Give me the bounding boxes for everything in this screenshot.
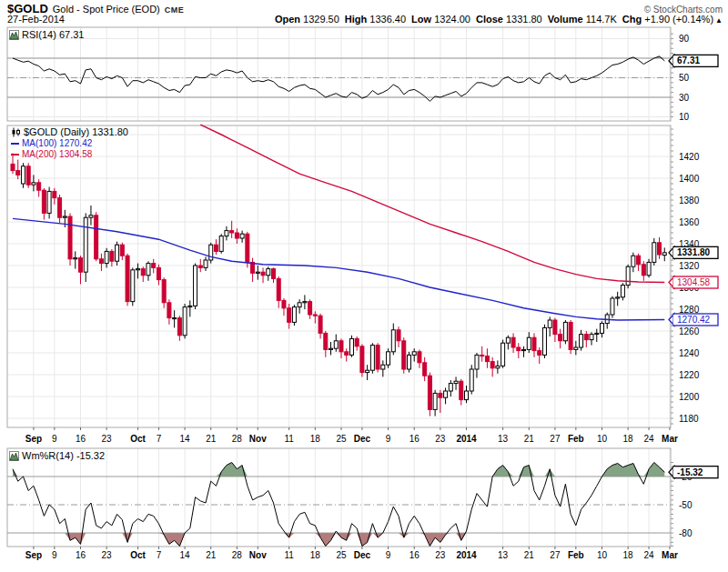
svg-text:13: 13 [498,434,509,444]
svg-text:1280: 1280 [679,305,700,315]
low-value: 1324.00 [434,14,470,25]
svg-text:1240: 1240 [679,348,700,358]
main-chart-legend: $GOLD (Daily) 1331.80 MA(100) 1270.42 MA… [11,126,128,159]
legend-title-text: $GOLD (Daily) 1331.80 [24,126,128,137]
svg-text:1260: 1260 [679,326,700,336]
svg-text:1331.80: 1331.80 [677,247,711,257]
svg-text:16: 16 [76,550,86,560]
svg-text:67.31: 67.31 [677,55,700,65]
candles-layer [11,153,666,416]
svg-text:Sep: Sep [25,550,42,560]
svg-text:2014: 2014 [456,434,477,444]
open-label: Open [275,14,300,25]
chg-label: Chg [622,14,642,25]
svg-text:-50: -50 [679,500,693,510]
svg-text:9: 9 [52,550,57,560]
rsi-label-text: RSI(14) 67.31 [22,29,84,40]
svg-text:1400: 1400 [679,174,700,184]
svg-text:14: 14 [180,434,191,444]
svg-text:Nov: Nov [249,550,267,560]
svg-text:50: 50 [679,73,690,83]
ma100-line-swatch [11,143,19,145]
rsi-panel-label: RSI(14) 67.31 [9,29,84,40]
svg-text:30: 30 [679,93,690,103]
svg-text:21: 21 [206,434,217,444]
legend-ma200-row: MA(200) 1304.58 [11,149,128,159]
svg-text:Sep: Sep [25,434,42,444]
header-row-2: 27-Feb-2014 Open 1329.50High 1336.40Low … [7,14,723,25]
svg-text:2014: 2014 [456,550,477,560]
svg-text:10: 10 [679,112,690,122]
svg-text:23: 23 [435,550,446,560]
close-value: 1331.80 [506,14,542,25]
rsi-plot-layer [13,56,664,101]
svg-text:10: 10 [597,550,608,560]
svg-text:11: 11 [284,434,294,444]
svg-text:16: 16 [76,434,86,444]
svg-text:24: 24 [643,550,654,560]
svg-text:Dec: Dec [354,434,371,444]
svg-text:1200: 1200 [679,392,700,402]
svg-text:7: 7 [157,550,162,560]
svg-text:Feb: Feb [568,550,584,560]
volume-label: Volume [548,14,583,25]
svg-text:9: 9 [386,434,391,444]
svg-text:21: 21 [524,434,535,444]
svg-text:1304.58: 1304.58 [677,277,711,287]
svg-text:18: 18 [310,434,321,444]
x-axis-layer: Sep91623Oct7142128Nov111825Dec9162320141… [25,427,678,560]
svg-text:1220: 1220 [679,370,700,380]
area-chart-icon [9,30,19,40]
high-label: High [345,14,367,25]
svg-text:18: 18 [623,550,634,560]
svg-text:27: 27 [550,434,561,444]
svg-text:24: 24 [643,434,654,444]
svg-text:21: 21 [206,550,217,560]
wmr-panel-label: Wm%R(14) -15.32 [9,450,105,461]
svg-text:1380: 1380 [679,196,700,206]
stockcharts-gold-chart: 1180120012201240126012801300132013401360… [0,0,728,572]
area-chart-icon [9,451,19,461]
svg-text:28: 28 [232,550,243,560]
volume-value: 114.7K [586,14,617,25]
grid-layer [7,27,671,547]
svg-text:Mar: Mar [662,550,678,560]
legend-ma100-text: MA(100) 1270.42 [22,138,92,148]
svg-text:16: 16 [410,550,420,560]
wmr-plot-layer [13,463,664,547]
svg-text:16: 16 [410,434,420,444]
chart-date: 27-Feb-2014 [7,14,65,25]
svg-text:1360: 1360 [679,217,700,227]
svg-text:28: 28 [232,434,243,444]
svg-text:-15.32: -15.32 [677,467,703,477]
svg-text:1420: 1420 [679,152,700,162]
svg-text:1320: 1320 [679,261,700,271]
quote-strip: Open 1329.50High 1336.40Low 1324.00Close… [269,14,723,25]
svg-text:90: 90 [679,34,690,44]
svg-text:23: 23 [102,434,113,444]
svg-text:Mar: Mar [662,434,678,444]
svg-text:9: 9 [52,434,57,444]
svg-text:Oct: Oct [130,434,146,444]
close-label: Close [476,14,503,25]
svg-text:1180: 1180 [679,414,699,424]
svg-text:Feb: Feb [568,434,584,444]
svg-text:25: 25 [336,434,347,444]
svg-text:9: 9 [386,550,391,560]
chart-svg: 1180120012201240126012801300132013401360… [0,0,728,572]
legend-title-row: $GOLD (Daily) 1331.80 [11,126,128,137]
svg-text:Nov: Nov [249,434,267,444]
open-value: 1329.50 [303,14,339,25]
candlestick-icon [11,127,21,137]
svg-text:14: 14 [180,550,191,560]
svg-text:-80: -80 [679,528,693,538]
svg-text:18: 18 [310,550,321,560]
svg-text:21: 21 [524,550,535,560]
svg-text:Oct: Oct [130,550,146,560]
svg-text:13: 13 [498,550,509,560]
legend-ma200-text: MA(200) 1304.58 [22,149,92,159]
svg-text:Dec: Dec [354,550,371,560]
low-label: Low [411,14,431,25]
ma200-line-swatch [11,154,19,156]
svg-text:11: 11 [284,550,294,560]
